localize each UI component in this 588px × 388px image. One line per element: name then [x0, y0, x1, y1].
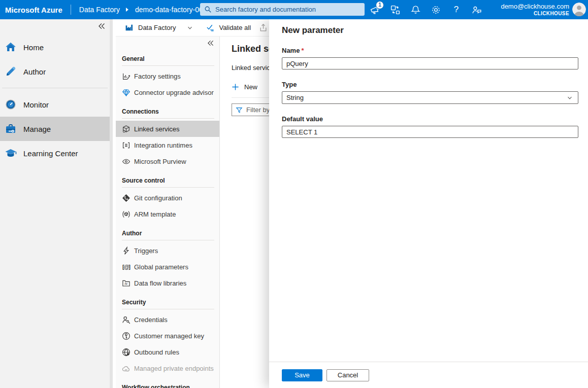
sidebar-item-arm-template[interactable]: ARM template: [116, 206, 219, 222]
section-workflow-orchestration-manager: Workflow orchestration manager: [116, 383, 219, 388]
section-divider: [122, 240, 214, 240]
collapse-manage-nav-button[interactable]: [207, 40, 214, 46]
section-security: SecurityCredentialsCustomer managed keyO…: [116, 298, 219, 376]
sidebar-item-label: Connector upgrade advisor: [134, 89, 214, 96]
manage-nav: GeneralFactory settingsConnector upgrade…: [116, 37, 220, 388]
sidebar-item-data-flow-libraries[interactable]: fxData flow libraries: [116, 275, 219, 291]
sidebar-item-label: Microsoft Purview: [134, 158, 186, 165]
sidebar-item-label: Git configuration: [134, 194, 182, 202]
section-title: Source control: [116, 177, 205, 185]
topbar-divider: [71, 5, 71, 15]
default-value-field[interactable]: [282, 126, 578, 138]
collapse-leftnav-button[interactable]: [98, 23, 105, 29]
type-dropdown[interactable]: String: [282, 91, 578, 104]
help-icon[interactable]: ?: [450, 4, 462, 16]
cancel-button[interactable]: Cancel: [326, 369, 369, 381]
plus-icon: [232, 83, 239, 91]
sidebar-item-git-configuration[interactable]: Git configuration: [116, 190, 219, 206]
outbound-rules-icon: [122, 348, 130, 357]
account-info[interactable]: demo@clickhouse.com CLICKHOUSE: [501, 3, 569, 17]
app-window: Microsoft Azure Data Factory demo-data-f…: [0, 0, 588, 388]
sidebar-item-microsoft-purview[interactable]: Microsoft Purview: [116, 153, 219, 169]
new-button-label: New: [244, 83, 257, 91]
triggers-icon: [122, 246, 130, 255]
breadcrumb-instance[interactable]: demo-data-factory-00: [135, 6, 202, 14]
sidebar-item-label: Global parameters: [134, 263, 188, 271]
section-divider: [122, 118, 214, 119]
notifications-bell-icon[interactable]: [410, 4, 421, 16]
integration-runtimes-icon: [122, 141, 130, 150]
new-parameter-panel: New parameter Name* Type String Default …: [269, 19, 588, 388]
nav-item-label: Author: [23, 67, 46, 76]
nav-item-monitor[interactable]: Monitor: [0, 92, 110, 117]
sidebar-item-outbound-rules[interactable]: Outbound rules: [116, 344, 219, 360]
sidebar-item-label: Data flow libraries: [134, 279, 186, 287]
chevron-down-icon: [567, 95, 573, 101]
sidebar-item-credentials[interactable]: Credentials: [116, 311, 219, 328]
publish-icon: [259, 23, 268, 32]
sidebar-item-label: Customer managed key: [134, 332, 204, 340]
chevron-down-icon[interactable]: [187, 25, 193, 31]
nav-item-home[interactable]: Home: [0, 35, 110, 59]
breadcrumb-app[interactable]: Data Factory: [79, 6, 120, 14]
new-linked-service-button[interactable]: New: [232, 83, 257, 91]
sidebar-item-global-parameters[interactable]: [@]Global parameters: [116, 259, 219, 275]
manage-icon: [5, 123, 17, 135]
sidebar-item-label: Factory settings: [134, 73, 181, 80]
name-field[interactable]: [282, 57, 578, 69]
sidebar-item-label: Managed private endpoints: [134, 365, 214, 372]
sidebar-item-managed-private-endpoints: Managed private endpoints: [116, 360, 219, 376]
required-asterisk: *: [301, 47, 304, 54]
factory-settings-icon: [122, 72, 130, 81]
nav-item-label: Home: [23, 43, 44, 52]
nav-item-learning-center[interactable]: Learning Center: [0, 141, 110, 165]
sidebar-item-label: Integration runtimes: [134, 142, 192, 149]
section-title: General: [116, 55, 205, 63]
sidebar-item-linked-services[interactable]: Linked services: [116, 121, 219, 137]
nav-item-author[interactable]: Author: [0, 59, 110, 84]
search-input[interactable]: [215, 6, 361, 13]
learning-center-icon: [5, 147, 17, 159]
sidebar-item-factory-settings[interactable]: Factory settings: [116, 68, 219, 84]
panel-footer: Save Cancel: [269, 362, 588, 388]
section-general: GeneralFactory settingsConnector upgrade…: [116, 55, 219, 100]
sidebar-item-connector-upgrade-advisor[interactable]: Connector upgrade advisor: [116, 84, 219, 100]
settings-gear-icon[interactable]: [430, 4, 442, 16]
nav-item-label: Manage: [23, 125, 51, 133]
feedback-icon[interactable]: [471, 4, 482, 16]
credentials-icon: [122, 315, 130, 324]
home-icon: [5, 41, 17, 53]
save-button[interactable]: Save: [282, 369, 322, 381]
type-label: Type: [282, 81, 578, 88]
sidebar-item-integration-runtimes[interactable]: Integration runtimes: [116, 137, 219, 153]
global-search-box: [200, 3, 365, 16]
monitor-icon: [5, 98, 17, 111]
connector-upgrade-advisor-icon: [122, 88, 130, 97]
factory-selector[interactable]: Data Factory: [125, 23, 176, 32]
arm-template-icon: [122, 210, 130, 219]
sidebar-item-triggers[interactable]: Triggers: [116, 242, 219, 259]
avatar[interactable]: [572, 3, 586, 16]
sidebar-item-customer-managed-key[interactable]: Customer managed key: [116, 328, 219, 344]
nav-item-manage[interactable]: Manage: [0, 117, 110, 141]
account-email: demo@clickhouse.com: [501, 3, 569, 11]
megaphone-icon[interactable]: 1: [369, 4, 381, 16]
nav-item-label: Learning Center: [23, 149, 78, 158]
switch-directory-icon[interactable]: [389, 4, 401, 16]
sidebar-item-label: Credentials: [134, 316, 168, 324]
azure-brand[interactable]: Microsoft Azure: [5, 6, 62, 14]
linked-services-icon: [122, 125, 130, 133]
name-label: Name*: [282, 47, 578, 54]
validate-check-icon: [206, 24, 215, 31]
type-dropdown-value: String: [286, 94, 304, 101]
filter-funnel-icon: [236, 107, 243, 114]
validate-all-button[interactable]: Validate all: [206, 24, 251, 31]
section-title: Workflow orchestration manager: [116, 383, 205, 388]
sidebar-item-label: Triggers: [134, 247, 158, 255]
account-tenant: CLICKHOUSE: [501, 11, 569, 17]
section-author: AuthorTriggers[@]Global parametersfxData…: [116, 229, 219, 291]
section-title: Connections: [116, 108, 205, 116]
sidebar-item-label: Outbound rules: [134, 348, 179, 356]
sidebar-item-label: ARM template: [134, 210, 176, 218]
search-icon: [204, 6, 212, 13]
